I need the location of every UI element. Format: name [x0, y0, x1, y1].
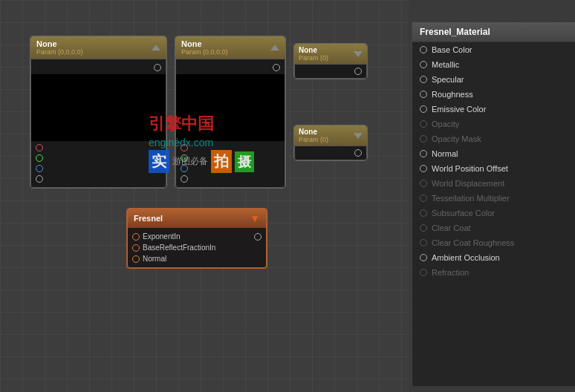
panel-item-emissive-color[interactable]: Emissive Color	[412, 102, 575, 117]
panel-item-clear-coat[interactable]: Clear Coat	[412, 220, 575, 235]
fresnel-pin-base-label: BaseReflectFractionIn	[143, 244, 215, 252]
panel-item-base-color[interactable]: Base Color	[412, 42, 575, 57]
panel-item-subsurface-color[interactable]: Subsurface Color	[412, 206, 575, 220]
none-node-2-pin-blue	[176, 163, 285, 174]
panel-item-roughness[interactable]: Roughness	[412, 87, 575, 102]
collapse-icon-3[interactable]	[354, 51, 363, 57]
fresnel-pin-exponent-label: ExponentIn	[143, 232, 181, 241]
output-pin-white-3	[354, 68, 362, 75]
panel-item-ambient-occlusion[interactable]: Ambient Occlusion	[412, 250, 575, 265]
none-node-2-subtitle: Param (0,0,0,0)	[181, 48, 228, 56]
fresnel-node-body: ExponentIn BaseReflectFractionIn Normal	[127, 228, 267, 268]
none-node-1-body	[30, 59, 166, 188]
none-node-2-pin-green	[176, 153, 285, 163]
panel-dot	[420, 254, 427, 261]
panel-item-label: Ambient Occlusion	[432, 253, 500, 262]
panel-item-label: Base Color	[432, 45, 472, 54]
fresnel-pin-base: BaseReflectFractionIn	[128, 242, 266, 253]
panel-item-label: Normal	[432, 149, 458, 158]
none-node-2-header: None Param (0,0,0,0)	[175, 36, 285, 59]
panel-item-label: Subsurface Color	[432, 209, 495, 218]
panel-dot	[420, 209, 427, 217]
none-node-1-header: None Param (0,0,0,0)	[30, 36, 166, 59]
none-node-4[interactable]: None Param (0)	[293, 125, 368, 161]
panel-item-label: World Position Offset	[432, 164, 508, 173]
pin-blue	[36, 165, 43, 172]
fresnel-node-menu[interactable]: ▼	[250, 212, 260, 224]
panel-item-label: Clear Coat	[432, 223, 471, 232]
none-node-1-output	[31, 62, 166, 73]
collapse-icon-2[interactable]	[270, 45, 279, 50]
none-node-1-subtitle: Param (0,0,0,0)	[36, 48, 83, 56]
panel-dot	[420, 165, 427, 172]
panel-dot	[420, 105, 427, 113]
pin-exponent-in	[132, 233, 140, 241]
panel-item-label: Metallic	[432, 60, 459, 69]
none-node-3-output	[295, 66, 366, 76]
pin-blue-2	[181, 165, 188, 172]
fresnel-node[interactable]: Fresnel ▼ ExponentIn BaseReflectFraction…	[126, 208, 267, 269]
panel-item-specular[interactable]: Specular	[412, 72, 575, 87]
pin-normal-in	[132, 255, 140, 263]
none-node-4-output	[295, 148, 366, 158]
panel-item-metallic[interactable]: Metallic	[412, 57, 575, 72]
panel-dot	[420, 239, 427, 246]
collapse-icon-4[interactable]	[354, 133, 363, 139]
none-node-3-body	[294, 64, 367, 79]
none-node-3[interactable]: None Param (0)	[293, 43, 368, 79]
fresnel-node-title: Fresnel	[134, 214, 163, 223]
output-pin-white-2	[273, 64, 280, 71]
panel-item-label: Opacity	[432, 120, 459, 128]
panel-item-label: Opacity Mask	[432, 134, 481, 143]
output-pin-white-4	[354, 149, 362, 157]
none-node-2-pin-red	[176, 143, 285, 153]
none-node-2-body	[175, 59, 285, 188]
panel-dot	[420, 150, 427, 157]
collapse-icon[interactable]	[152, 45, 160, 50]
pin-red	[36, 144, 43, 151]
none-node-2-preview	[176, 74, 285, 141]
panel-dot	[420, 135, 427, 143]
none-node-4-header: None Param (0)	[294, 125, 367, 146]
none-node-2-pin-white2	[176, 174, 285, 184]
none-node-4-body	[294, 146, 367, 160]
panel-item-label: Tessellation Multiplier	[432, 194, 510, 203]
panel-item-label: World Displacement	[432, 179, 504, 188]
none-node-1-pin-green	[31, 153, 166, 163]
panel-item-label: Emissive Color	[432, 105, 486, 114]
none-node-1[interactable]: None Param (0,0,0,0)	[30, 36, 167, 189]
panel-item-tessellation-multiplier[interactable]: Tessellation Multiplier	[412, 191, 575, 206]
panel-item-opacity[interactable]: Opacity	[412, 117, 575, 131]
panel-item-world-displacement[interactable]: World Displacement	[412, 176, 575, 191]
pin-white2-2	[181, 175, 188, 183]
none-node-3-subtitle: Param (0)	[299, 54, 328, 62]
panel-item-world-position-offset[interactable]: World Position Offset	[412, 161, 575, 176]
panel-title: Fresnel_Material	[412, 22, 575, 42]
pin-white2	[36, 175, 43, 183]
none-node-3-title: None	[299, 46, 328, 54]
none-node-2[interactable]: None Param (0,0,0,0)	[175, 36, 286, 189]
panel-item-normal[interactable]: Normal	[412, 146, 575, 161]
panel-item-refraction[interactable]: Refraction	[412, 265, 575, 280]
pin-green-2	[181, 154, 188, 162]
fresnel-pin-exponent: ExponentIn	[128, 231, 266, 242]
pin-red-2	[181, 144, 188, 151]
none-node-1-pin-blue	[31, 163, 166, 174]
pin-exponent-out	[254, 233, 261, 241]
panel-dot	[420, 180, 427, 187]
panel-dot	[420, 61, 427, 68]
panel-item-label: Refraction	[432, 268, 469, 277]
none-node-4-subtitle: Param (0)	[299, 136, 328, 143]
panel-item-opacity-mask[interactable]: Opacity Mask	[412, 131, 575, 146]
panel-item-clear-coat-roughness[interactable]: Clear Coat Roughness	[412, 235, 575, 250]
panel-dot	[420, 46, 427, 53]
fresnel-pin-normal: Normal	[128, 253, 266, 264]
material-properties-panel: Fresnel_Material Base ColorMetallicSpecu…	[412, 22, 575, 386]
panel-item-label: Roughness	[432, 90, 473, 99]
panel-dot	[420, 269, 427, 276]
pin-green	[36, 154, 43, 162]
panel-item-label: Specular	[432, 75, 464, 84]
panel-dot	[420, 224, 427, 232]
none-node-4-title: None	[299, 128, 328, 136]
fresnel-node-header: Fresnel ▼	[127, 209, 267, 228]
